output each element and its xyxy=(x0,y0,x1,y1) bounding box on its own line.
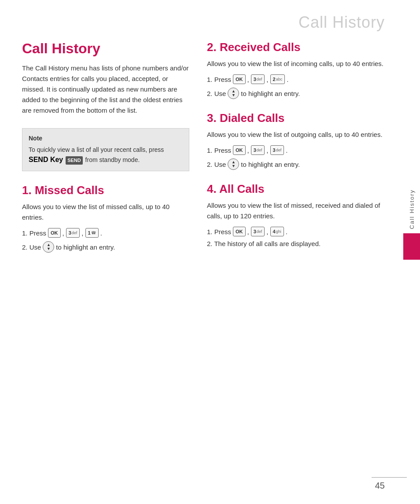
all-calls-step2: 2. The history of all calls are displaye… xyxy=(207,240,394,247)
page-number: 45 xyxy=(375,481,385,491)
call-history-description: The Call History menu has lists of phone… xyxy=(22,63,189,116)
send-button-key: SEND xyxy=(66,156,83,165)
sidebar-label: Call History xyxy=(409,185,415,233)
page-header-title: Call History xyxy=(0,0,420,36)
all-key-ok: OK xyxy=(233,227,246,236)
note-box: Note To quickly view a list of all your … xyxy=(22,128,189,171)
missed-calls-description: Allows you to view the list of missed ca… xyxy=(22,202,189,223)
all-calls-section: 4. All Calls Allows you to view the list… xyxy=(207,182,394,247)
received-calls-section: 2. Received Calls Allows you to view the… xyxy=(207,40,394,99)
received-calls-description: Allows you to view the list of incoming … xyxy=(207,59,394,69)
missed-key-3def: 3def xyxy=(66,228,80,238)
received-calls-step2: 2. Use ▲▼ to highlight an entry. xyxy=(207,88,394,99)
dialed-calls-title: 3. Dialed Calls xyxy=(207,111,394,125)
send-key-label: SEND Key xyxy=(29,156,63,163)
all-key-4ghi: 4ghi xyxy=(270,227,284,236)
missed-calls-step1: 1. Press OK , 3def , 1☎ . xyxy=(22,228,189,238)
dialed-calls-description: Allows you to view the list of outgoing … xyxy=(207,129,394,140)
dialed-calls-step1: 1. Press OK , 3def , 3def . xyxy=(207,145,394,155)
missed-step2-label: 2. Use xyxy=(22,243,41,251)
received-calls-title: 2. Received Calls xyxy=(207,40,394,54)
all-calls-title: 4. All Calls xyxy=(207,182,394,196)
call-history-main-section: Call History The Call History menu has l… xyxy=(22,40,189,116)
received-key-ok: OK xyxy=(233,74,246,84)
received-calls-step1: 1. Press OK , 3def , 2abc . xyxy=(207,74,394,84)
nav-arrow-received: ▲▼ xyxy=(228,88,239,99)
note-label: Note xyxy=(29,134,183,143)
received-key-2abc: 2abc xyxy=(270,74,285,84)
all-calls-description: Allows you to view the list of missed, r… xyxy=(207,200,394,221)
page-divider xyxy=(372,477,407,478)
dialed-key-3def-2: 3def xyxy=(270,145,284,155)
received-step2-label: 2. Use xyxy=(207,90,226,97)
all-step1-label: 1. Press xyxy=(207,228,231,235)
note-text: To quickly view a list of all your recen… xyxy=(29,146,164,164)
received-step1-label: 1. Press xyxy=(207,76,231,83)
missed-key-ok: OK xyxy=(48,228,61,238)
all-calls-step1: 1. Press OK , 3def , 4ghi . xyxy=(207,227,394,236)
nav-arrow-missed: ▲▼ xyxy=(43,241,54,253)
missed-calls-title: 1. Missed Calls xyxy=(22,184,189,197)
sidebar-active-bar xyxy=(403,233,420,260)
missed-step2-action: to highlight an entry. xyxy=(56,243,115,251)
missed-calls-section: 1. Missed Calls Allows you to view the l… xyxy=(22,184,189,253)
dialed-calls-step2: 2. Use ▲▼ to highlight an entry. xyxy=(207,158,394,170)
missed-key-1: 1☎ xyxy=(85,228,99,238)
missed-calls-step2: 2. Use ▲▼ to highlight an entry. xyxy=(22,241,189,253)
right-column: 2. Received Calls Allows you to view the… xyxy=(203,40,394,265)
received-step2-action: to highlight an entry. xyxy=(241,90,300,97)
left-column: Call History The Call History menu has l… xyxy=(22,40,189,265)
dialed-key-3def-1: 3def xyxy=(251,145,265,155)
dialed-step2-label: 2. Use xyxy=(207,161,226,168)
dialed-calls-section: 3. Dialed Calls Allows you to view the l… xyxy=(207,111,394,170)
all-step2-text: 2. The history of all calls are displaye… xyxy=(207,240,321,247)
dialed-key-ok: OK xyxy=(233,145,246,155)
all-key-3def: 3def xyxy=(251,227,265,236)
nav-arrow-dialed: ▲▼ xyxy=(228,158,239,170)
sidebar-tab: Call History xyxy=(403,185,420,260)
dialed-step2-to: to xyxy=(241,161,247,168)
received-key-3def: 3def xyxy=(251,74,265,84)
call-history-main-title: Call History xyxy=(22,40,189,57)
missed-step1-label: 1. Press xyxy=(22,229,46,237)
dialed-step2-action: highlight an entry. xyxy=(248,161,300,168)
dialed-step1-label: 1. Press xyxy=(207,147,231,154)
